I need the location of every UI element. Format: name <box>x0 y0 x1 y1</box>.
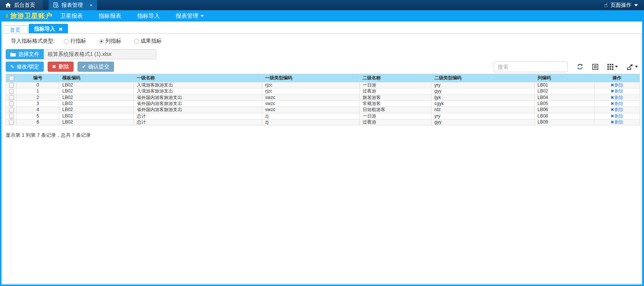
table-cell: zj <box>262 113 360 119</box>
backend-home-label: 后台首页 <box>14 2 35 9</box>
column-header-7[interactable]: 操作 <box>595 74 640 82</box>
table-cell: cgyk <box>431 100 534 107</box>
row-checkbox[interactable] <box>9 108 14 113</box>
search-input[interactable] <box>494 62 568 72</box>
select-all-checkbox[interactable] <box>9 76 14 81</box>
column-header-6[interactable]: 列编码 <box>534 74 595 82</box>
window-tab-close-icon[interactable]: × <box>90 2 93 8</box>
pointing-hand-icon: ☝ <box>604 2 608 8</box>
refresh-icon <box>577 63 583 70</box>
table-cell: 入境游客旅游支出 <box>134 82 262 88</box>
tab-indicator-import[interactable]: 指标导入 ✖ <box>29 24 68 34</box>
row-select-cell <box>6 113 17 119</box>
table-cell: 旅居游客 <box>360 94 431 100</box>
radio-label: 成果指标 <box>141 38 162 45</box>
choose-file-button[interactable]: 选择文件 <box>6 49 44 59</box>
table-cell: swzc <box>262 100 360 107</box>
table-cell: LB09 <box>534 119 595 125</box>
row-select-cell <box>6 119 17 125</box>
row-delete-link[interactable]: ✖删除 <box>610 114 623 119</box>
tab-label: 指标导入 <box>34 26 55 32</box>
columns-toggle-button[interactable] <box>607 64 618 70</box>
refresh-button[interactable] <box>577 63 583 70</box>
row-checkbox[interactable] <box>9 95 14 100</box>
table-row: 0LB02入境游客旅游支出rjzc一日游yryLB01✖删除 <box>6 82 640 88</box>
table-cell: LB08 <box>534 113 595 119</box>
x-icon: ✖ <box>52 64 56 69</box>
confirm-submit-button[interactable]: ✔ 确认提交 <box>77 62 114 72</box>
table-cell: LB02 <box>59 107 134 113</box>
brand[interactable]: 旅游卫星账户 <box>4 11 52 20</box>
app-window: 后台首页 报表管理 × ☝ 页面操作 旅游卫星账户 <box>0 0 644 286</box>
table-cell: LB02 <box>59 94 134 100</box>
table-cell: LB02 <box>59 113 134 119</box>
table-cell: 过夜游 <box>360 88 431 94</box>
delete-link-label: 删除 <box>615 101 624 106</box>
radio-circle[interactable] <box>64 39 69 44</box>
select-all-header[interactable] <box>6 74 17 82</box>
table-cell: gyy <box>431 119 534 125</box>
row-delete-link[interactable]: ✖删除 <box>610 120 623 125</box>
column-header-4[interactable]: 二级名称 <box>360 74 431 82</box>
row-checkbox[interactable] <box>9 83 14 88</box>
selected-file-display[interactable]: 核算系统报表格式1 (1).xlsx <box>44 49 156 59</box>
nav-item-indicator-reports[interactable]: 指标报表 <box>91 12 129 20</box>
table-body: 0LB02入境游客旅游支出rjzc一日游yryLB01✖删除1LB02入境游客旅… <box>6 82 640 125</box>
radio-option-0[interactable]: 行指标 <box>64 38 86 45</box>
row-checkbox[interactable] <box>9 101 14 106</box>
row-actions-cell: ✖删除 <box>595 119 640 125</box>
x-icon: ✖ <box>610 107 614 112</box>
table-cell: 4 <box>17 107 59 113</box>
table-cell: 省外国内游客旅游支出 <box>134 100 262 107</box>
row-delete-link[interactable]: ✖删除 <box>610 95 623 100</box>
radio-circle[interactable] <box>134 39 139 44</box>
row-delete-link[interactable]: ✖删除 <box>610 101 623 106</box>
export-icon <box>627 64 633 70</box>
row-checkbox[interactable] <box>9 114 14 119</box>
row-actions-cell: ✖删除 <box>595 94 640 100</box>
brand-title: 旅游卫星账户 <box>10 11 52 20</box>
backend-home-tab[interactable]: 后台首页 <box>0 0 43 10</box>
table-cell: yry <box>431 82 534 88</box>
table-row: 6LB02总计zj过夜游gyyLB09✖删除 <box>6 119 640 125</box>
radio-circle[interactable] <box>99 39 104 44</box>
row-delete-link[interactable]: ✖删除 <box>610 107 623 112</box>
export-button[interactable] <box>627 64 638 70</box>
row-checkbox[interactable] <box>9 120 14 125</box>
row-actions-cell: ✖删除 <box>595 107 640 113</box>
radio-option-2[interactable]: 成果指标 <box>134 38 162 45</box>
column-header-0[interactable]: 编号 <box>17 74 59 82</box>
table-cell: LB02 <box>534 88 595 94</box>
main-navbar: 旅游卫星账户 卫星报表 指标报表 指标导入 报表管理 <box>0 10 644 22</box>
indicator-table: 编号模板编码一级名称一级类型编码二级名称二级类型编码列编码操作 0LB02入境游… <box>6 74 640 125</box>
row-checkbox[interactable] <box>9 89 14 94</box>
delete-button[interactable]: ✖ 删除 <box>48 62 74 72</box>
folder-icon <box>10 52 16 57</box>
modify-lock-button[interactable]: ✎ 修改/锁定 <box>6 62 44 72</box>
radio-option-1[interactable]: 列指标 <box>99 38 121 45</box>
table-cell: 总计 <box>134 113 262 119</box>
row-delete-link[interactable]: ✖删除 <box>610 89 623 94</box>
table-cell: LB05 <box>534 100 595 107</box>
chevron-down-icon <box>201 15 204 17</box>
window-tab-report-management[interactable]: 报表管理 × <box>49 0 97 10</box>
table-row: 3LB02省外国内游客旅游支出swzc常规游客cgykLB05✖删除 <box>6 100 640 107</box>
column-header-1[interactable]: 模板编码 <box>59 74 134 82</box>
top-window-bar: 后台首页 报表管理 × ☝ 页面操作 <box>0 0 644 10</box>
detail-view-button[interactable] <box>592 64 598 70</box>
nav-item-satellite-reports[interactable]: 卫星报表 <box>52 12 91 20</box>
page-actions-menu[interactable]: ☝ 页面操作 <box>598 0 644 10</box>
nav-item-report-management[interactable]: 报表管理 <box>168 12 212 20</box>
column-header-3[interactable]: 一级类型编码 <box>262 74 360 82</box>
table-cell: 入境游客旅游支出 <box>134 88 262 94</box>
nav-item-indicator-import[interactable]: 指标导入 <box>129 12 168 20</box>
table-row: 2LB02省外国内游客旅游支出swzc旅居游客ljykLB04✖删除 <box>6 94 640 100</box>
column-header-5[interactable]: 二级类型编码 <box>431 74 534 82</box>
table-header-row: 编号模板编码一级名称一级类型编码二级名称二级类型编码列编码操作 <box>6 74 640 82</box>
chevron-down-icon <box>634 4 638 6</box>
row-delete-link[interactable]: ✖删除 <box>610 83 623 88</box>
tab-close-icon[interactable]: ✖ <box>59 26 63 32</box>
x-icon: ✖ <box>610 95 614 100</box>
x-icon: ✖ <box>610 120 614 125</box>
column-header-2[interactable]: 一级名称 <box>134 74 262 82</box>
